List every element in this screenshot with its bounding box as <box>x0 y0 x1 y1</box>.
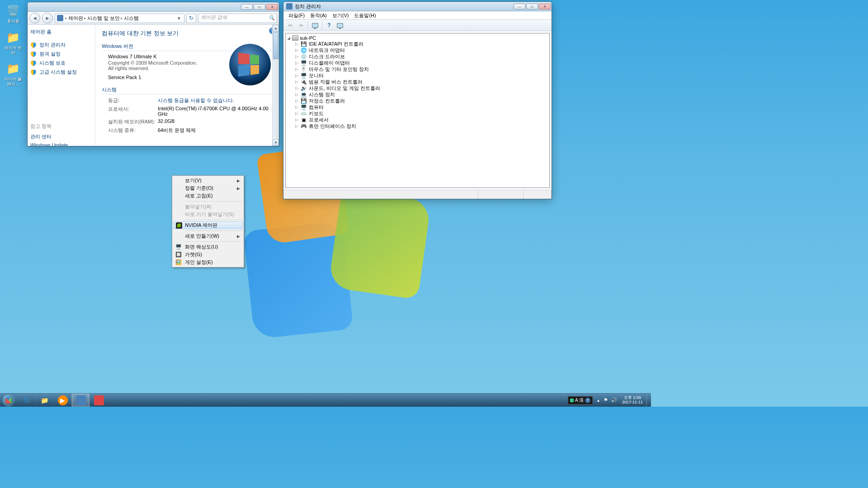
expand-icon[interactable]: ▷ <box>295 105 299 110</box>
menu-action[interactable]: 동작(A) <box>308 12 329 19</box>
volume-icon[interactable]: 🔊 <box>609 397 618 403</box>
properties-button[interactable] <box>335 21 345 30</box>
tray-expand-button[interactable]: ▴ <box>594 398 602 403</box>
action-center-icon[interactable]: ⚑ <box>602 397 609 403</box>
expand-icon[interactable]: ▷ <box>295 67 299 72</box>
recycle-bin-icon[interactable]: 🗑️ 휴지통 <box>3 4 24 24</box>
clock[interactable]: 오후 2:09 2017-11-11 <box>618 396 646 405</box>
tree-item[interactable]: ▷🖥️컴퓨터 <box>295 104 548 111</box>
device-category-icon: 🖥️ <box>301 60 307 66</box>
expand-icon[interactable]: ▷ <box>295 61 299 66</box>
breadcrumb-page[interactable]: 시스템 <box>124 15 139 22</box>
device-category-icon: ▣ <box>301 117 307 123</box>
breadcrumb-dropdown[interactable]: ▾ <box>176 15 182 21</box>
show-hide-button[interactable] <box>310 21 320 30</box>
breadcrumb-category[interactable]: 시스템 및 보안 <box>87 15 120 22</box>
close-button[interactable]: ✕ <box>266 4 278 10</box>
taskbar-control-panel[interactable] <box>71 394 90 407</box>
tree-item[interactable]: ▷🖥️모니터 <box>295 73 548 79</box>
sidebar-item-device-manager[interactable]: 장치 관리자 <box>30 42 92 48</box>
scrollbar[interactable]: ▲ ▼ <box>272 25 279 146</box>
device-tree[interactable]: ◢ suk-PC ▷💾IDE ATA/ATAPI 컨트롤러▷🌐네트워크 어댑터▷… <box>285 33 550 188</box>
expand-icon[interactable]: ▷ <box>295 124 299 129</box>
help-button[interactable]: ? <box>324 21 334 30</box>
minimize-button[interactable]: — <box>241 4 253 10</box>
sidebar-item-remote[interactable]: 원격 설정 <box>30 51 92 57</box>
desktop-icons: 🗑️ 휴지통 📁 메신저 센터 📁 미디어 플레이... <box>3 4 24 87</box>
messenger-center-icon[interactable]: 📁 메신저 센터 <box>3 30 24 56</box>
tree-item[interactable]: ▷▣프로세서 <box>295 117 548 123</box>
show-desktop-button[interactable] <box>646 394 651 407</box>
nvidia-icon <box>175 222 183 229</box>
taskbar-ie[interactable]: ⓔ <box>17 394 35 407</box>
menu-view[interactable]: 보기(V)▶ <box>173 177 243 184</box>
back-button[interactable]: ◄ <box>29 13 40 23</box>
tree-item[interactable]: ▷🎮휴먼 인터페이스 장치 <box>295 123 548 130</box>
menu-resolution[interactable]: 🖥️화면 해상도(U) <box>173 243 243 251</box>
expand-icon[interactable]: ▷ <box>295 99 299 103</box>
menu-new[interactable]: 새로 만들기(W)▶ <box>173 232 243 240</box>
tree-item[interactable]: ▷💾저장소 컨트롤러 <box>295 98 548 104</box>
menu-gadgets[interactable]: 🔲가젯(G) <box>173 251 243 258</box>
expand-icon[interactable]: ▷ <box>295 42 299 47</box>
expand-icon[interactable]: ▷ <box>295 80 299 84</box>
sidebar-home[interactable]: 제어판 홈 <box>30 28 92 35</box>
device-category-icon: ⌨️ <box>301 111 307 117</box>
breadcrumb[interactable]: ▸ 제어판 ▸ 시스템 및 보안 ▸ 시스템 ▾ <box>55 14 184 23</box>
rating-value[interactable]: 시스템 등급을 사용할 수 없습니다. <box>158 97 273 104</box>
media-player-icon[interactable]: 📁 미디어 플레이... <box>3 61 24 87</box>
menu-refresh[interactable]: 새로 고침(E) <box>173 192 243 200</box>
menu-sort[interactable]: 정렬 기준(O)▶ <box>173 184 243 192</box>
control-panel-icon <box>57 15 63 21</box>
tree-item[interactable]: ▷💻시스템 장치 <box>295 92 548 98</box>
breadcrumb-root[interactable]: 제어판 <box>68 15 83 22</box>
sidebar-item-protection[interactable]: 시스템 보호 <box>30 60 92 66</box>
monitor-icon <box>337 23 343 28</box>
maximize-button[interactable]: ▭ <box>526 4 538 9</box>
expand-icon[interactable]: ▷ <box>295 73 299 78</box>
scroll-thumb[interactable] <box>273 32 278 59</box>
menu-file[interactable]: 파일(F) <box>286 12 307 19</box>
sidebar-item-advanced[interactable]: 고급 시스템 설정 <box>30 69 92 75</box>
expand-icon[interactable]: ▷ <box>295 111 299 116</box>
menu-help[interactable]: 도움말(H) <box>352 12 378 19</box>
minimize-button[interactable]: — <box>514 4 525 9</box>
tree-item[interactable]: ▷🖥️디스플레이 어댑터 <box>295 60 548 66</box>
tree-item[interactable]: ▷💾IDE ATA/ATAPI 컨트롤러 <box>295 41 548 47</box>
scroll-up-button[interactable]: ▲ <box>273 25 279 32</box>
expand-icon[interactable]: ▷ <box>295 54 299 59</box>
taskbar-media-player[interactable]: ▶ <box>53 394 71 407</box>
menu-personalize[interactable]: 🖼️개인 설정(E) <box>173 258 243 266</box>
tree-item[interactable]: ▷🌐네트워크 어댑터 <box>295 47 548 54</box>
tree-item[interactable]: ▷⌨️키보드 <box>295 111 548 117</box>
tree-item[interactable]: ▷🖱️마우스 및 기타 포인팅 장치 <box>295 66 548 73</box>
forward-button[interactable]: ► <box>42 13 53 23</box>
menu-nvidia-control-panel[interactable]: NVIDIA 제어판 <box>173 221 243 229</box>
tree-item[interactable]: ▷🔌범용 직렬 버스 컨트롤러 <box>295 79 548 85</box>
expand-icon[interactable]: ▷ <box>295 48 299 53</box>
expand-icon[interactable]: ▷ <box>295 92 299 97</box>
refresh-button[interactable]: ↻ <box>186 14 196 23</box>
search-input[interactable]: 제어판 검색 <box>198 14 277 23</box>
sidebar-link-windows-update[interactable]: Windows Update <box>30 142 92 146</box>
ime-status[interactable]: A 漢 ? <box>568 396 593 404</box>
close-button[interactable]: ✕ <box>539 4 551 9</box>
collapse-icon[interactable]: ◢ <box>287 36 291 40</box>
maximize-button[interactable]: ▭ <box>254 4 265 10</box>
expand-icon[interactable]: ▷ <box>295 117 299 122</box>
sidebar-see-also: 참고 항목 <box>30 123 92 130</box>
taskbar-app[interactable] <box>90 394 108 407</box>
tree-root[interactable]: ◢ suk-PC <box>287 35 548 41</box>
taskbar-explorer[interactable]: 📁 <box>35 394 53 407</box>
tree-item[interactable]: ▷💿디스크 드라이브 <box>295 54 548 60</box>
start-button[interactable] <box>0 394 17 407</box>
copyright-text: Copyright © 2009 Microsoft Corporation. … <box>108 60 203 71</box>
sidebar-link-action-center[interactable]: 관리 센터 <box>30 133 92 140</box>
titlebar[interactable]: — ▭ ✕ <box>28 2 279 12</box>
tree-item[interactable]: ▷🔊사운드, 비디오 및 게임 컨트롤러 <box>295 85 548 92</box>
tree-item-label: 네트워크 어댑터 <box>309 47 345 54</box>
titlebar[interactable]: 장치 관리자 — ▭ ✕ <box>283 2 552 11</box>
scroll-down-button[interactable]: ▼ <box>273 139 279 146</box>
expand-icon[interactable]: ▷ <box>295 86 299 91</box>
menu-view[interactable]: 보기(V) <box>330 12 351 19</box>
